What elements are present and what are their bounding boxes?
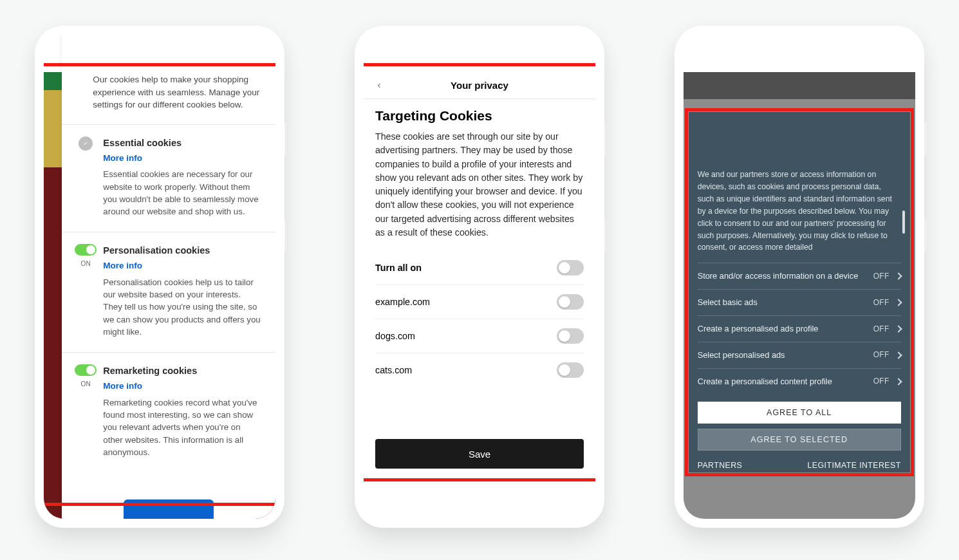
consent-purposes-list: Store and/or access information on a dev… — [698, 263, 901, 394]
personalisation-more-info-link[interactable]: More info — [103, 259, 142, 272]
chevron-right-icon — [895, 378, 902, 385]
consent-panel: We and our partners store or access info… — [689, 112, 910, 472]
personalisation-cookies-item: ON Personalisation cookies More info Per… — [76, 238, 261, 347]
privacy-header: Your privacy — [364, 72, 595, 99]
off-label: OFF — [873, 375, 889, 387]
personalisation-toggle[interactable] — [75, 244, 97, 256]
back-button[interactable] — [373, 79, 386, 92]
agree-to-all-button[interactable]: AGREE TO ALL — [698, 402, 901, 424]
off-label: OFF — [873, 349, 889, 361]
turn-all-on-label: Turn all on — [375, 263, 422, 273]
phone-2: Your privacy Targeting Cookies These coo… — [355, 26, 604, 528]
essential-more-info-link[interactable]: More info — [103, 152, 142, 165]
consent-purpose-row[interactable]: Select personalised ads OFF — [698, 342, 901, 369]
off-label: OFF — [873, 323, 889, 335]
domain-row: cats.com — [375, 353, 584, 387]
personalisation-cookies-title: Personalisation cookies — [103, 244, 261, 257]
domain-toggle[interactable] — [557, 328, 584, 344]
page-topbar — [684, 72, 915, 99]
check-circle-icon — [79, 136, 93, 151]
remarketing-toggle[interactable] — [75, 364, 97, 376]
chevron-right-icon — [895, 325, 902, 332]
off-label: OFF — [873, 297, 889, 309]
turn-all-on-toggle[interactable] — [557, 260, 584, 275]
consent-purpose-label: Select basic ads — [698, 296, 758, 309]
essential-cookies-item: Essential cookies More info Essential co… — [76, 130, 261, 227]
domain-row: dogs.com — [375, 319, 584, 353]
privacy-header-title: Your privacy — [451, 80, 508, 91]
scroll-thumb[interactable] — [902, 210, 905, 234]
phone-mockup-row: Our cookies help to make your shopping e… — [0, 0, 959, 554]
consent-purpose-label: Select personalised ads — [698, 349, 785, 362]
consent-purpose-label: Create a personalised ads profile — [698, 322, 819, 335]
consent-purpose-row[interactable]: Select basic ads OFF — [698, 290, 901, 316]
save-button[interactable]: Save — [375, 439, 584, 469]
essential-cookies-desc: Essential cookies are necessary for our … — [103, 168, 261, 218]
agree-to-selected-button[interactable]: AGREE TO SELECTED — [698, 429, 901, 451]
cookie-intro-text: Our cookies help to make your shopping e… — [93, 73, 261, 111]
domain-row: example.com — [375, 285, 584, 319]
consent-purpose-row[interactable]: Create a personalised content profile OF… — [698, 369, 901, 395]
domain-label: example.com — [375, 297, 430, 307]
consent-purpose-label: Store and/or access information on a dev… — [698, 270, 859, 283]
phone-1: Our cookies help to make your shopping e… — [35, 26, 284, 528]
partners-link[interactable]: PARTNERS — [698, 460, 743, 472]
chevron-right-icon — [895, 299, 902, 306]
domain-label: dogs.com — [375, 331, 415, 341]
turn-all-on-row: Turn all on — [375, 251, 584, 285]
consent-purpose-row[interactable]: Create a personalised ads profile OFF — [698, 316, 901, 342]
personalisation-cookies-desc: Personalisation cookies help us to tailo… — [103, 276, 261, 338]
domain-toggle[interactable] — [557, 362, 584, 378]
cookie-settings-sheet: Our cookies help to make your shopping e… — [62, 35, 275, 519]
primary-cta-button[interactable] — [124, 499, 214, 519]
domain-toggle[interactable] — [557, 294, 584, 310]
chevron-right-icon — [895, 273, 902, 280]
off-label: OFF — [873, 270, 889, 283]
essential-cookies-title: Essential cookies — [103, 136, 261, 150]
chevron-right-icon — [895, 351, 902, 359]
remarketing-cookies-item: ON Remarketing cookies More info Remarke… — [76, 358, 261, 467]
phone-3: We and our partners store or access info… — [675, 26, 924, 528]
toggle-on-label: ON — [81, 259, 91, 269]
consent-purpose-label: Create a personalised content profile — [698, 375, 832, 388]
consent-purpose-row[interactable]: Store and/or access information on a dev… — [698, 263, 901, 290]
domain-label: cats.com — [375, 365, 412, 375]
remarketing-cookies-title: Remarketing cookies — [103, 364, 261, 378]
legitimate-interest-link[interactable]: LEGITIMATE INTEREST — [808, 460, 901, 472]
remarketing-more-info-link[interactable]: More info — [103, 380, 142, 393]
consent-intro-text: We and our partners store or access info… — [698, 169, 901, 254]
targeting-cookies-title: Targeting Cookies — [375, 108, 584, 124]
remarketing-cookies-desc: Remarketing cookies record what you've f… — [103, 397, 261, 458]
targeting-cookies-desc: These cookies are set through our site b… — [375, 130, 584, 239]
toggle-on-label: ON — [81, 380, 91, 389]
